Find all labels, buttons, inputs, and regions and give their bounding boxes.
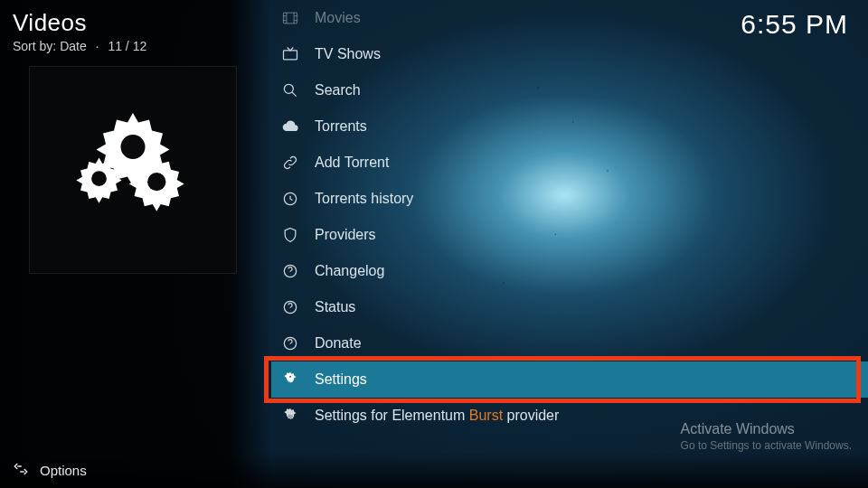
search-icon <box>280 80 300 100</box>
tv-icon <box>280 44 300 64</box>
menu-label: TV Shows <box>315 46 381 62</box>
svg-point-1 <box>91 171 107 186</box>
clock-icon <box>280 189 300 209</box>
page-subtitle: Sort by: Date · 11 / 12 <box>13 39 271 53</box>
menu-label: Status <box>315 299 355 315</box>
menu-item-settings[interactable]: Settings <box>271 361 868 398</box>
menu-item-add-torrent[interactable]: Add Torrent <box>271 145 868 181</box>
gear-icon <box>280 406 300 426</box>
link-icon <box>280 153 300 173</box>
svg-point-5 <box>284 84 293 93</box>
menu-item-history[interactable]: Torrents history <box>271 181 868 217</box>
help-icon <box>280 297 300 317</box>
menu-label: Torrents history <box>315 191 413 207</box>
sort-prefix: Sort by: <box>13 39 56 53</box>
help-icon <box>280 261 300 281</box>
windows-watermark: Activate Windows Go to Settings to activ… <box>681 421 852 452</box>
label-highlight: Burst <box>469 408 503 423</box>
menu-item-status[interactable]: Status <box>271 289 868 325</box>
menu-label: Movies <box>315 10 361 26</box>
svg-point-10 <box>288 375 291 378</box>
menu-item-torrents[interactable]: Torrents <box>271 108 868 145</box>
options-icon[interactable] <box>13 461 29 480</box>
left-panel: Videos Sort by: Date · 11 / 12 <box>0 0 271 488</box>
svg-point-2 <box>147 173 165 191</box>
list-position: 11 / 12 <box>108 39 146 53</box>
svg-point-0 <box>121 135 146 159</box>
menu-label: Torrents <box>315 118 367 135</box>
menu-label: Settings for Elementum Burst provider <box>315 408 559 424</box>
cloud-icon <box>280 117 300 136</box>
menu-label: Providers <box>315 227 376 243</box>
menu-label: Donate <box>315 335 362 352</box>
menu-item-search[interactable]: Search <box>271 72 868 108</box>
menu-item-changelog[interactable]: Changelog <box>271 253 868 289</box>
menu-label: Add Torrent <box>315 155 389 171</box>
options-label[interactable]: Options <box>40 463 87 478</box>
watermark-sub: Go to Settings to activate Windows. <box>681 439 852 452</box>
page-title: Videos <box>13 9 271 37</box>
svg-rect-4 <box>284 50 297 59</box>
menu-item-providers[interactable]: Providers <box>271 217 868 253</box>
menu-label: Search <box>315 82 361 99</box>
main-menu: Movies TV Shows Search Torrents Add Torr… <box>271 0 868 434</box>
label-part: Settings for Elementum <box>315 408 469 423</box>
label-part: provider <box>503 408 559 423</box>
help-icon <box>280 333 300 353</box>
movies-icon <box>280 8 300 28</box>
gears-icon <box>65 102 201 238</box>
menu-item-tvshows[interactable]: TV Shows <box>271 36 868 72</box>
menu-item-donate[interactable]: Donate <box>271 325 868 361</box>
shield-icon <box>280 225 300 245</box>
menu-label: Settings <box>315 371 367 388</box>
menu-label: Changelog <box>315 263 384 279</box>
svg-rect-3 <box>284 13 297 23</box>
gear-icon <box>280 370 300 389</box>
separator-dot: · <box>96 39 99 53</box>
footer-bar: Options <box>0 452 868 488</box>
selected-thumbnail <box>29 66 237 274</box>
sort-value: Date <box>60 39 87 53</box>
watermark-title: Activate Windows <box>681 421 852 437</box>
menu-item-movies[interactable]: Movies <box>271 0 868 36</box>
